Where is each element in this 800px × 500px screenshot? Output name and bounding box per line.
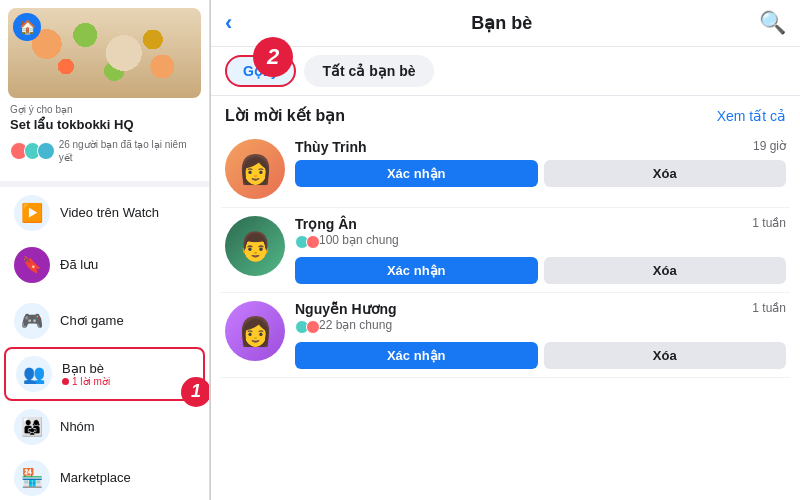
saved-menu-item[interactable]: 🔖 Đã lưu: [4, 240, 205, 290]
left-panel: 🏠 Gợi ý cho bạn Set lẩu tokbokki HQ 26 n…: [0, 0, 210, 500]
food-image: 🏠: [8, 8, 201, 98]
friend-actions-2: Xác nhận Xóa: [295, 257, 786, 284]
friend-row-top-2: Trọng Ân 100 bạn chung 1 tuần: [295, 216, 786, 253]
mutual-avatars-3: [295, 320, 317, 334]
person-icon-3: 👩: [225, 301, 285, 361]
marketplace-text: Marketplace: [60, 470, 195, 485]
avatar-3: [37, 142, 55, 160]
saved-label: Đã lưu: [60, 257, 98, 272]
avatar-nguyenhuong: 👩: [225, 301, 285, 361]
page-title: Bạn bè: [244, 12, 759, 34]
friends-header: ‹ Bạn bè 🔍: [211, 0, 800, 47]
person-icon-2: 👨: [225, 216, 285, 276]
friends-icon: 👥: [16, 356, 52, 392]
confirm-button-3[interactable]: Xác nhận: [295, 342, 538, 369]
friend-row-top-3: Nguyễn Hương 22 bạn chung 1 tuần: [295, 301, 786, 338]
confirm-button-1[interactable]: Xác nhận: [295, 160, 538, 187]
mutual-info-2: 100 bạn chung: [295, 233, 752, 253]
friend-request-3: 👩 Nguyễn Hương 22 bạn chung: [221, 293, 790, 378]
tab-all-friends[interactable]: Tất cả bạn bè: [304, 55, 433, 87]
back-button[interactable]: ‹: [225, 10, 232, 36]
friend-name-2: Trọng Ân: [295, 216, 752, 232]
marketplace-icon: 🏪: [14, 460, 50, 496]
confirm-button-2[interactable]: Xác nhận: [295, 257, 538, 284]
marketplace-label: Marketplace: [60, 470, 195, 485]
avatars-row: 26 người bạn đã tạo lại niêm yết: [10, 138, 199, 164]
friends-label: Bạn bè: [62, 361, 193, 376]
menu-item-game[interactable]: 🎮 Chơi game: [4, 296, 205, 346]
feed-card: 🏠 Gợi ý cho bạn Set lẩu tokbokki HQ 26 n…: [0, 0, 209, 187]
friend-actions-1: Xác nhận Xóa: [295, 160, 786, 187]
badge-dot: [62, 378, 69, 385]
video-label: Video trên Watch: [60, 205, 159, 220]
tabs-row: Gợi ý Tất cả bạn bè 2: [211, 47, 800, 96]
mutual-av-4: [306, 320, 320, 334]
groups-text: Nhóm: [60, 419, 195, 434]
invites-section-header: Lời mời kết bạn Xem tất cả: [211, 96, 800, 131]
friend-request-1: 👩 Thùy Trinh 19 giờ Xác nhận Xóa: [221, 131, 790, 208]
friend-name-1: Thùy Trinh: [295, 139, 753, 155]
groups-icon: 👨‍👩‍👧: [14, 409, 50, 445]
saved-icon: 🔖: [14, 247, 50, 283]
game-text: Chơi game: [60, 313, 195, 328]
friends-text: 26 người bạn đã tạo lại niêm yết: [59, 138, 199, 164]
friend-name-block-2: Trọng Ân 100 bạn chung: [295, 216, 752, 253]
search-button[interactable]: 🔍: [759, 10, 786, 36]
friends-badge: 1 lời mời: [62, 376, 193, 387]
delete-button-1[interactable]: Xóa: [544, 160, 787, 187]
mutual-text-3: 22 bạn chung: [319, 318, 392, 332]
friend-time-1: 19 giờ: [753, 139, 786, 156]
groups-label: Nhóm: [60, 419, 195, 434]
invites-title: Lời mời kết bạn: [225, 106, 345, 125]
menu-item-groups[interactable]: 👨‍👩‍👧 Nhóm: [4, 402, 205, 452]
game-icon: 🎮: [14, 303, 50, 339]
friend-time-2: 1 tuần: [752, 216, 786, 253]
video-menu-item[interactable]: ▶️ Video trên Watch: [4, 188, 205, 238]
mutual-av-2: [306, 235, 320, 249]
friend-info-1: Thùy Trinh 19 giờ Xác nhận Xóa: [295, 139, 786, 187]
food-title: Set lẩu tokbokki HQ: [10, 117, 199, 134]
step2-badge: 2: [253, 37, 293, 77]
delete-button-2[interactable]: Xóa: [544, 257, 787, 284]
avatar-trongan: 👨: [225, 216, 285, 276]
video-icon: ▶️: [14, 195, 50, 231]
mutual-avatars-2: [295, 235, 317, 249]
mutual-text-2: 100 bạn chung: [319, 233, 399, 247]
friend-info-2: Trọng Ân 100 bạn chung 1 tuần Xác nhận: [295, 216, 786, 284]
friend-row-top-1: Thùy Trinh 19 giờ: [295, 139, 786, 156]
menu-section: 🎮 Chơi game 👥 Bạn bè 1 lời mời 1 👨‍👩‍👧 N…: [0, 291, 209, 500]
right-panel: ‹ Bạn bè 🔍 Gợi ý Tất cả bạn bè 2 Lời mời…: [211, 0, 800, 500]
home-icon: 🏠: [13, 13, 41, 41]
menu-item-marketplace[interactable]: 🏪 Marketplace: [4, 453, 205, 500]
requests-list: 👩 Thùy Trinh 19 giờ Xác nhận Xóa 👨: [211, 131, 800, 500]
friend-name-block-1: Thùy Trinh: [295, 139, 753, 156]
friend-time-3: 1 tuần: [752, 301, 786, 338]
mutual-info-3: 22 bạn chung: [295, 318, 752, 338]
person-icon-1: 👩: [225, 139, 285, 199]
see-all-link[interactable]: Xem tất cả: [717, 108, 786, 124]
game-label: Chơi game: [60, 313, 195, 328]
avatar-thuytrinh: 👩: [225, 139, 285, 199]
feed-info: Gợi ý cho bạn Set lẩu tokbokki HQ 26 ngư…: [8, 98, 201, 173]
suggestion-label: Gợi ý cho bạn: [10, 104, 199, 115]
friend-name-block-3: Nguyễn Hương 22 bạn chung: [295, 301, 752, 338]
friends-badge-text: 1 lời mời: [72, 376, 110, 387]
friend-request-2: 👨 Trọng Ân 100 bạn chung 1 t: [221, 208, 790, 293]
friend-info-3: Nguyễn Hương 22 bạn chung 1 tuần Xác nhậ…: [295, 301, 786, 369]
delete-button-3[interactable]: Xóa: [544, 342, 787, 369]
friends-text-block: Bạn bè 1 lời mời: [62, 361, 193, 387]
menu-item-friends[interactable]: 👥 Bạn bè 1 lời mời 1: [4, 347, 205, 401]
friend-name-3: Nguyễn Hương: [295, 301, 752, 317]
friend-actions-3: Xác nhận Xóa: [295, 342, 786, 369]
